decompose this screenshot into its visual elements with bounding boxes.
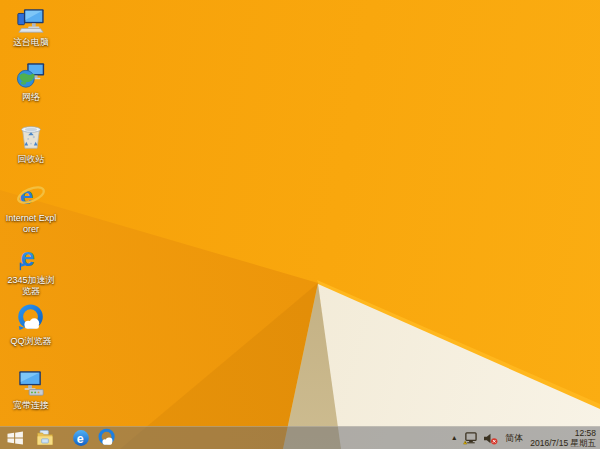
- clock-date: 2016/7/15 星期五: [530, 438, 596, 448]
- desktop-icon-internet-explorer[interactable]: e Internet Explorer: [0, 181, 62, 235]
- broadband-connection-icon: [16, 368, 46, 398]
- svg-text:e: e: [20, 182, 34, 209]
- system-tray: ▴ 简体 12:58 2016/7/15 星期五: [450, 427, 598, 449]
- svg-text:e: e: [77, 432, 84, 446]
- desktop-icon-network[interactable]: 网络: [0, 60, 62, 103]
- desktop-icon-label: 宽带连接: [13, 400, 49, 411]
- tray-clock[interactable]: 12:58 2016/7/15 星期五: [530, 428, 598, 448]
- desktop-icon-label: 这台电脑: [13, 37, 49, 48]
- desktop-icon-broadband[interactable]: 宽带连接: [0, 368, 62, 411]
- recycle-bin-icon: [16, 122, 46, 152]
- internet-explorer-icon: e: [16, 181, 46, 211]
- desktop-icon-label: 网络: [22, 92, 40, 103]
- taskbar: e ▴ 简体 12:58 2016/7/15 星期五: [0, 426, 600, 449]
- tray-overflow-arrow-icon[interactable]: ▴: [450, 434, 458, 442]
- qq-browser-icon: [97, 428, 117, 448]
- desktop-icon-label: 2345加速浏览器: [4, 275, 58, 297]
- desktop-icon-label: QQ浏览器: [10, 336, 51, 347]
- desktop-icon-2345-browser[interactable]: e 2345加速浏览器: [0, 243, 62, 297]
- 2345-browser-icon: e: [71, 428, 91, 448]
- 2345-browser-icon: e: [16, 243, 46, 273]
- network-warning-icon[interactable]: [463, 432, 478, 445]
- file-explorer-icon: [35, 428, 55, 448]
- desktop-icon-label: Internet Explorer: [4, 213, 58, 235]
- taskbar-2345-browser-button[interactable]: e: [68, 427, 94, 449]
- network-icon: [16, 60, 46, 90]
- start-button[interactable]: [2, 427, 28, 449]
- windows-logo-icon: [5, 428, 25, 448]
- clock-time: 12:58: [530, 428, 596, 438]
- input-method-indicator[interactable]: 简体: [503, 432, 525, 445]
- desktop-icon-recycle-bin[interactable]: 回收站: [0, 122, 62, 165]
- desktop-icon-qq-browser[interactable]: QQ浏览器: [0, 304, 62, 347]
- desktop-icon-this-pc[interactable]: 这台电脑: [0, 5, 62, 48]
- this-pc-icon: [16, 5, 46, 35]
- volume-muted-icon[interactable]: [483, 432, 498, 445]
- taskbar-file-explorer-button[interactable]: [32, 427, 58, 449]
- svg-text:e: e: [21, 243, 35, 271]
- taskbar-qq-browser-button[interactable]: [94, 427, 120, 449]
- qq-browser-icon: [16, 304, 46, 334]
- desktop-icon-label: 回收站: [18, 154, 45, 165]
